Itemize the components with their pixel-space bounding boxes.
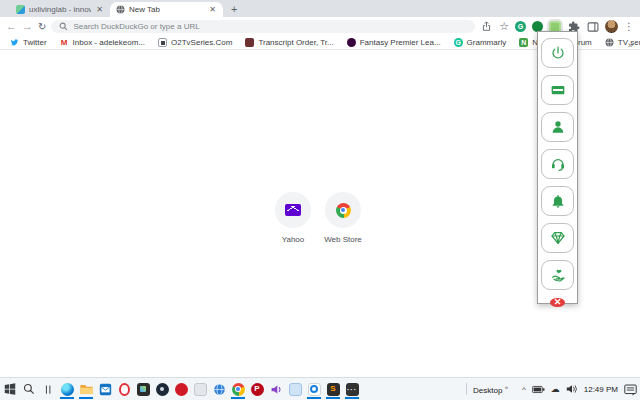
bookmark-twitter[interactable]: Twitter	[10, 38, 47, 47]
back-button[interactable]: ←	[6, 21, 17, 32]
bookmark-inbox[interactable]: M Inbox - adelekeom...	[60, 38, 145, 47]
steam-icon	[156, 383, 169, 396]
bookmark-fantasy-premier[interactable]: Fantasy Premier Lea...	[347, 38, 441, 47]
side-panel-icon[interactable]	[586, 20, 599, 33]
donate-button[interactable]	[541, 260, 574, 290]
bookmark-grammarly[interactable]: G Grammarly	[454, 38, 507, 47]
share-icon[interactable]	[480, 20, 493, 33]
search-icon	[23, 383, 35, 395]
chrome-menu-icon[interactable]: ⋮	[624, 22, 634, 32]
shopping-bag-icon	[245, 38, 254, 47]
payment-card-button[interactable]	[541, 75, 574, 105]
taskbar-sublime[interactable]: S	[326, 381, 340, 397]
fpl-icon	[347, 38, 356, 47]
mail-icon	[99, 383, 112, 396]
address-bar[interactable]: Search DuckDuckGo or type a URL	[51, 20, 475, 33]
tab-strip: uxlivinglab - innovating from pe ✕ New T…	[0, 0, 640, 17]
taskbar-search-button[interactable]	[22, 381, 36, 397]
file-explorer-icon	[80, 384, 93, 395]
extension-popup-panel: ✕	[537, 31, 578, 304]
photos-icon	[137, 383, 150, 396]
desktop-screen: uxlivinglab - innovating from pe ✕ New T…	[0, 0, 640, 400]
opera-mini-icon	[308, 383, 321, 396]
internet-globe-icon	[213, 383, 226, 396]
tab-close-icon[interactable]: ✕	[95, 5, 104, 14]
yahoo-mail-icon	[285, 204, 301, 216]
new-tab-button[interactable]: +	[231, 2, 237, 17]
support-button[interactable]	[541, 149, 574, 179]
taskbar-photos[interactable]	[136, 381, 150, 397]
clock[interactable]: 12:49 PM	[584, 385, 618, 394]
media-red-icon	[175, 383, 188, 396]
extension-grammarly-icon[interactable]: G	[515, 21, 526, 32]
shortcut-tile	[275, 192, 311, 228]
bookmark-o2tvseries[interactable]: O2TvSeries.Com	[158, 38, 232, 47]
opera-icon	[119, 383, 130, 396]
close-panel-button[interactable]: ✕	[550, 298, 565, 307]
taskbar-apps: P S ···	[3, 381, 359, 397]
tab-title: New Tab	[129, 5, 204, 14]
bookmark-transcript[interactable]: Transcript Order, Tr...	[245, 38, 333, 47]
taskbar-internet[interactable]	[212, 381, 226, 397]
pinterest-icon: P	[251, 383, 264, 396]
sublime-icon: S	[327, 383, 340, 396]
twitter-icon	[10, 38, 19, 47]
search-icon	[59, 22, 68, 31]
bookmarks-overflow-chevron[interactable]: »	[628, 40, 633, 50]
taskbar-terminal[interactable]: ···	[345, 381, 359, 397]
bookmark-label: Transcript Order, Tr...	[258, 38, 333, 47]
address-bar-placeholder: Search DuckDuckGo or type a URL	[73, 22, 199, 31]
taskbar-steam[interactable]	[155, 381, 169, 397]
taskbar-pinterest[interactable]: P	[250, 381, 264, 397]
taskbar-paint[interactable]	[193, 381, 207, 397]
desktop-toolbar[interactable]: Desktop »	[473, 384, 516, 395]
taskbar-opera-mini[interactable]	[307, 381, 321, 397]
gem-icon	[550, 230, 566, 246]
payment-card-icon	[550, 82, 566, 98]
shortcut-web-store[interactable]: Web Store	[313, 192, 373, 244]
paint-icon	[194, 383, 207, 396]
terminal-icon: ···	[346, 383, 359, 396]
tab-uxlivinglab[interactable]: uxlivinglab - innovating from pe ✕	[10, 2, 110, 17]
user-button[interactable]	[541, 112, 574, 142]
reload-button[interactable]: ↻	[38, 22, 46, 32]
windows-logo-icon	[4, 383, 16, 395]
volume-icon[interactable]	[566, 384, 578, 394]
taskbar-notebook[interactable]	[288, 381, 302, 397]
premium-button[interactable]	[541, 223, 574, 253]
profile-avatar[interactable]	[605, 20, 618, 33]
start-button[interactable]	[3, 381, 17, 397]
tab-new-tab[interactable]: New Tab ✕	[110, 2, 223, 17]
edge-icon	[61, 383, 74, 396]
taskbar-mail[interactable]	[98, 381, 112, 397]
gmail-icon: M	[60, 38, 69, 47]
nairaland-icon: N	[519, 38, 528, 47]
taskbar-media-player[interactable]	[269, 381, 283, 397]
user-icon	[550, 119, 566, 135]
battery-icon[interactable]	[532, 385, 545, 394]
bookmark-label: Twitter	[23, 38, 47, 47]
notifications-button[interactable]	[541, 186, 574, 216]
task-view-button[interactable]	[41, 381, 55, 397]
o2tvseries-icon	[158, 38, 167, 47]
shortcut-tile	[325, 192, 361, 228]
taskbar-file-explorer[interactable]	[79, 381, 93, 397]
power-button[interactable]	[541, 38, 574, 68]
bookmark-star-icon[interactable]: ☆	[499, 21, 509, 32]
media-player-purple-icon	[270, 383, 283, 396]
tab-title: uxlivinglab - innovating from pe	[29, 5, 91, 14]
taskbar-chrome[interactable]	[231, 381, 245, 397]
forward-button[interactable]: →	[22, 21, 33, 32]
tab-close-icon[interactable]: ✕	[208, 5, 217, 14]
action-center-icon[interactable]	[624, 383, 637, 396]
tray-divider	[466, 383, 467, 395]
taskbar-edge[interactable]	[60, 381, 74, 397]
hidden-icons-chevron[interactable]: ^	[522, 385, 526, 394]
taskbar-media-red[interactable]	[174, 381, 188, 397]
desktop-overflow-chevron[interactable]: »	[505, 384, 508, 390]
bookmark-tv-series[interactable]: TV series, shows/Ca...	[605, 38, 640, 47]
chrome-icon	[232, 383, 245, 396]
taskbar-opera[interactable]	[117, 381, 131, 397]
onedrive-cloud-icon[interactable]: ☁	[551, 385, 560, 394]
notebook-icon	[289, 383, 302, 396]
